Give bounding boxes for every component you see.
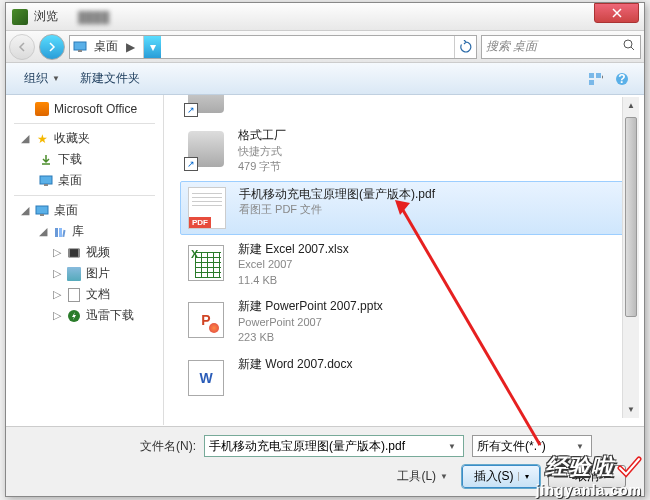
- refresh-icon: [459, 40, 473, 54]
- new-folder-button[interactable]: 新建文件夹: [72, 66, 148, 91]
- watermark-url: jingyanla.com: [536, 482, 642, 498]
- file-dialog: 浏览 ████ 桌面 ▶ ▾ 搜索 桌面: [5, 2, 645, 497]
- refresh-button[interactable]: [454, 36, 476, 58]
- view-mode-button[interactable]: [584, 68, 608, 90]
- xunlei-icon: [66, 308, 82, 324]
- app-shortcut-icon: [184, 95, 228, 117]
- expand-icon[interactable]: ◢: [20, 132, 30, 145]
- tree-item-office[interactable]: Microsoft Office: [6, 99, 163, 119]
- file-size: 11.4 KB: [238, 273, 630, 288]
- scroll-down-button[interactable]: ▼: [623, 401, 639, 418]
- file-size: 479 字节: [238, 159, 630, 174]
- breadcrumb[interactable]: 桌面 ▶ ▾: [69, 35, 477, 59]
- file-type: 看图王 PDF 文件: [239, 202, 629, 217]
- svg-rect-14: [62, 229, 65, 236]
- svg-rect-8: [40, 176, 52, 184]
- tree-label: 桌面: [58, 172, 82, 189]
- tree-item-videos[interactable]: ▷ 视频: [6, 242, 163, 263]
- organize-label: 组织: [24, 70, 48, 87]
- svg-rect-13: [59, 228, 62, 237]
- expand-icon[interactable]: ▷: [52, 309, 62, 322]
- nav-forward-button[interactable]: [39, 34, 65, 60]
- tree-label: 文档: [86, 286, 110, 303]
- file-name: 格式工厂: [238, 127, 630, 144]
- scroll-up-button[interactable]: ▲: [623, 97, 639, 114]
- watermark-text: 经验啦: [545, 452, 614, 482]
- close-button[interactable]: [594, 3, 639, 23]
- svg-rect-9: [44, 184, 48, 186]
- expand-icon[interactable]: ▷: [52, 246, 62, 259]
- file-row[interactable]: 格式工厂 快捷方式 479 字节: [180, 123, 634, 179]
- insert-button[interactable]: 插入(S) ▾: [462, 465, 540, 488]
- expand-icon[interactable]: ▷: [52, 288, 62, 301]
- file-row[interactable]: 新建 Excel 2007.xlsx Excel 2007 11.4 KB: [180, 237, 634, 293]
- organize-menu[interactable]: 组织 ▼: [16, 66, 68, 91]
- svg-rect-12: [55, 228, 58, 237]
- svg-point-2: [624, 40, 632, 48]
- svg-rect-1: [78, 50, 82, 52]
- svg-rect-11: [40, 214, 44, 216]
- file-size: 223 KB: [238, 330, 630, 345]
- tree-item-favorites[interactable]: ◢ ★ 收藏夹: [6, 128, 163, 149]
- checkmark-icon: [616, 454, 642, 480]
- tree-item-desktop-fav[interactable]: 桌面: [6, 170, 163, 191]
- chevron-down-icon: ▼: [440, 472, 448, 481]
- split-chevron-icon[interactable]: ▾: [518, 472, 529, 481]
- tools-menu[interactable]: 工具(L) ▼: [391, 466, 454, 487]
- search-placeholder: 搜索 桌面: [486, 38, 618, 55]
- desktop-icon: [34, 203, 50, 219]
- file-row-selected[interactable]: 手机移动充电宝原理图(量产版本).pdf 看图王 PDF 文件: [180, 181, 634, 235]
- search-input[interactable]: 搜索 桌面: [481, 35, 641, 59]
- thumbnails-icon: [588, 72, 604, 86]
- nav-back-button[interactable]: [9, 34, 35, 60]
- vertical-scrollbar[interactable]: ▲ ▼: [622, 97, 639, 418]
- tree-item-downloads[interactable]: 下载: [6, 149, 163, 170]
- tree-item-documents[interactable]: ▷ 文档: [6, 284, 163, 305]
- svg-rect-0: [74, 42, 86, 50]
- file-name: 新建 Excel 2007.xlsx: [238, 241, 630, 258]
- pixelated-text: ████: [78, 11, 109, 23]
- expand-icon[interactable]: ◢: [20, 204, 30, 217]
- expand-icon[interactable]: ▷: [52, 267, 62, 280]
- svg-rect-10: [36, 206, 48, 214]
- filename-input[interactable]: [209, 439, 445, 453]
- video-icon: [66, 245, 82, 261]
- file-row[interactable]: 快捷方式: [180, 95, 634, 121]
- tree-item-libraries[interactable]: ◢ 库: [6, 221, 163, 242]
- svg-rect-4: [596, 73, 601, 78]
- file-row[interactable]: 新建 PowerPoint 2007.pptx PowerPoint 2007 …: [180, 294, 634, 350]
- desktop-icon: [70, 37, 90, 57]
- app-shortcut-icon: [184, 127, 228, 171]
- xlsx-icon: [184, 241, 228, 285]
- svg-text:?: ?: [618, 72, 625, 86]
- watermark: 经验啦 jingyanla.com: [536, 452, 642, 498]
- office-icon: [34, 101, 50, 117]
- file-type: 快捷方式: [238, 144, 630, 159]
- file-row[interactable]: 新建 Word 2007.docx: [180, 352, 634, 404]
- nav-tree[interactable]: Microsoft Office ◢ ★ 收藏夹 下载 桌面 ◢ 桌面: [6, 95, 164, 425]
- chevron-down-icon[interactable]: ▼: [445, 442, 459, 451]
- docx-icon: [184, 356, 228, 400]
- file-name: 新建 PowerPoint 2007.pptx: [238, 298, 630, 315]
- tree-label: 库: [72, 223, 84, 240]
- scroll-thumb[interactable]: [625, 117, 637, 317]
- breadcrumb-arrow-icon[interactable]: ▶: [122, 40, 139, 54]
- desktop-icon: [38, 173, 54, 189]
- file-list[interactable]: 快捷方式 格式工厂 快捷方式 479 字节 手机移动充电宝原理图(量产版本).p…: [164, 95, 644, 425]
- tree-item-pictures[interactable]: ▷ 图片: [6, 263, 163, 284]
- tree-item-desktop[interactable]: ◢ 桌面: [6, 200, 163, 221]
- documents-icon: [66, 287, 82, 303]
- filename-combobox[interactable]: ▼: [204, 435, 464, 457]
- breadcrumb-dropdown[interactable]: ▾: [143, 36, 161, 58]
- nav-bar: 桌面 ▶ ▾ 搜索 桌面: [6, 31, 644, 63]
- tree-label: 视频: [86, 244, 110, 261]
- chevron-down-icon[interactable]: ▼: [573, 442, 587, 451]
- help-icon: ?: [615, 72, 629, 86]
- insert-label: 插入(S): [474, 468, 514, 485]
- expand-icon[interactable]: ◢: [38, 225, 48, 238]
- help-button[interactable]: ?: [610, 68, 634, 90]
- tree-item-xunlei[interactable]: ▷ 迅雷下载: [6, 305, 163, 326]
- pictures-icon: [66, 266, 82, 282]
- tree-label: 图片: [86, 265, 110, 282]
- tree-label: 迅雷下载: [86, 307, 134, 324]
